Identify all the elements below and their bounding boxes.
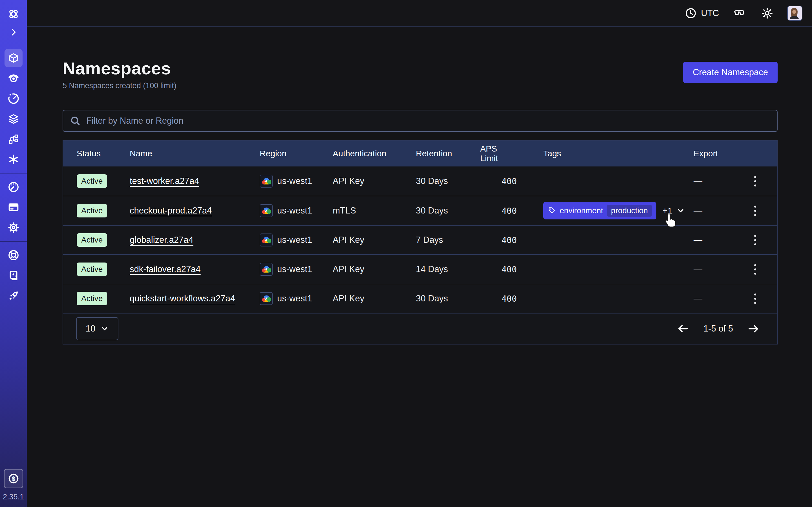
sidebar-item-docs[interactable] — [4, 267, 22, 284]
sidebar-item-namespaces[interactable] — [4, 49, 22, 67]
filter-input[interactable] — [86, 115, 770, 126]
sidebar-item-getting-started[interactable] — [4, 287, 22, 305]
filter-bar — [63, 110, 777, 132]
namespace-link[interactable]: globalizer.a27a4 — [130, 235, 193, 245]
tag-more-count: +1 — [663, 206, 672, 216]
retention-cell: 7 Days — [416, 235, 480, 245]
namespace-link[interactable]: test-worker.a27a4 — [130, 176, 199, 186]
table-row: Activetest-worker.a27a4us-west1API Key30… — [63, 166, 777, 196]
export-cell: — — [694, 235, 744, 245]
sidebar-item-deployments[interactable] — [4, 130, 22, 148]
authentication-cell: mTLS — [333, 206, 416, 216]
region-label: us-west1 — [277, 206, 312, 216]
glasses-icon — [733, 7, 746, 19]
tag-icon — [548, 207, 556, 215]
namespace-link[interactable]: quickstart-workflows.a27a4 — [130, 293, 235, 303]
aps-limit-cell: 400 — [502, 294, 517, 304]
sidebar-item-usage[interactable] — [4, 178, 22, 196]
gcp-cloud-glyph — [262, 266, 271, 273]
status-badge: Active — [77, 174, 107, 188]
region-label: us-west1 — [277, 176, 312, 186]
branch-icon — [8, 133, 19, 145]
timezone-selector[interactable]: UTC — [685, 8, 719, 19]
book-sparkle-icon — [8, 270, 19, 281]
gcp-logo-icon — [260, 292, 273, 305]
table-row: Activecheckout-prod.a27a4us-west1mTLS30 … — [63, 196, 777, 225]
region-label: us-west1 — [277, 264, 312, 274]
sidebar-item-support[interactable] — [4, 246, 22, 264]
page-subtitle: 5 Namespaces created (100 limit) — [63, 81, 176, 90]
topbar: UTC — [27, 0, 812, 27]
sidebar-item-nexus[interactable] — [4, 151, 22, 168]
pagination-range: 1-5 of 5 — [703, 324, 733, 334]
region-cell: us-west1 — [260, 233, 333, 246]
retention-cell: 14 Days — [416, 264, 480, 274]
table-header-row: Status Name Region Authentication Retent… — [63, 140, 777, 166]
sidebar-credits-button[interactable]: $ — [4, 469, 23, 488]
region-cell: us-west1 — [260, 204, 333, 217]
page-size-select[interactable]: 10 — [76, 317, 118, 340]
arrow-left-icon — [677, 323, 689, 335]
sidebar-item-schedules[interactable] — [4, 90, 22, 108]
labs-glasses-button[interactable] — [731, 7, 747, 20]
create-namespace-button[interactable]: Create Namespace — [683, 62, 777, 83]
export-cell: — — [694, 206, 744, 216]
rocket-icon — [8, 290, 19, 301]
page-size-value: 10 — [86, 324, 95, 334]
temporal-logo-icon — [0, 5, 27, 23]
aps-limit-cell: 400 — [502, 206, 517, 216]
tag-pill[interactable]: environmentproduction — [543, 202, 656, 219]
prev-page-button[interactable] — [675, 322, 691, 335]
theme-toggle-button[interactable] — [760, 7, 775, 19]
table-row: Activequickstart-workflows.a27a4us-west1… — [63, 284, 777, 313]
table-footer: 10 1-5 of 5 — [63, 313, 777, 344]
row-menu-button[interactable] — [747, 173, 763, 189]
aps-limit-cell: 400 — [502, 235, 517, 245]
region-label: us-west1 — [277, 293, 312, 304]
status-badge: Active — [77, 204, 107, 217]
export-cell: — — [694, 264, 744, 274]
namespace-link[interactable]: sdk-failover.a27a4 — [130, 264, 201, 274]
status-badge: Active — [77, 263, 107, 276]
status-cell: Active — [77, 263, 130, 276]
row-menu-button[interactable] — [747, 231, 763, 248]
sidebar-item-batch-operations[interactable] — [4, 110, 22, 128]
sidebar-item-insights[interactable] — [4, 69, 22, 87]
row-menu-button[interactable] — [747, 261, 763, 278]
gcp-cloud-glyph — [262, 207, 271, 214]
header-export: Export — [694, 149, 744, 158]
export-cell: — — [694, 293, 744, 304]
gcp-cloud-glyph — [262, 237, 271, 244]
sidebar-item-billing[interactable] — [4, 198, 22, 216]
gcp-logo-icon — [260, 175, 273, 187]
sidebar-expand-button[interactable] — [0, 23, 27, 41]
header-region: Region — [260, 149, 333, 158]
life-ring-icon — [8, 249, 19, 261]
namespaces-table: Status Name Region Authentication Retent… — [63, 140, 777, 344]
tag-key: environment — [560, 206, 603, 215]
svg-text:$: $ — [11, 475, 15, 482]
status-cell: Active — [77, 233, 130, 247]
arrow-right-icon — [747, 323, 760, 335]
name-cell: globalizer.a27a4 — [130, 235, 260, 245]
name-cell: checkout-prod.a27a4 — [130, 206, 260, 216]
status-cell: Active — [77, 292, 130, 305]
table-body: Activetest-worker.a27a4us-west1API Key30… — [63, 166, 777, 313]
header-retention: Retention — [416, 149, 480, 158]
header-authentication: Authentication — [333, 149, 416, 158]
tags-cell: environmentproduction+1 — [517, 202, 694, 219]
user-avatar[interactable] — [787, 6, 802, 21]
header-name: Name — [130, 149, 260, 158]
export-cell: — — [694, 176, 744, 186]
chevron-down-icon[interactable] — [676, 206, 685, 215]
credit-card-icon — [8, 202, 19, 213]
status-cell: Active — [77, 204, 130, 217]
status-cell: Active — [77, 174, 130, 188]
namespace-link[interactable]: checkout-prod.a27a4 — [130, 206, 212, 216]
row-menu-button[interactable] — [747, 290, 763, 307]
sidebar-item-settings[interactable] — [4, 219, 22, 237]
asterisk-icon — [8, 154, 19, 165]
row-menu-button[interactable] — [747, 202, 763, 219]
next-page-button[interactable] — [746, 322, 761, 335]
version-label: 2.35.1 — [3, 493, 24, 501]
